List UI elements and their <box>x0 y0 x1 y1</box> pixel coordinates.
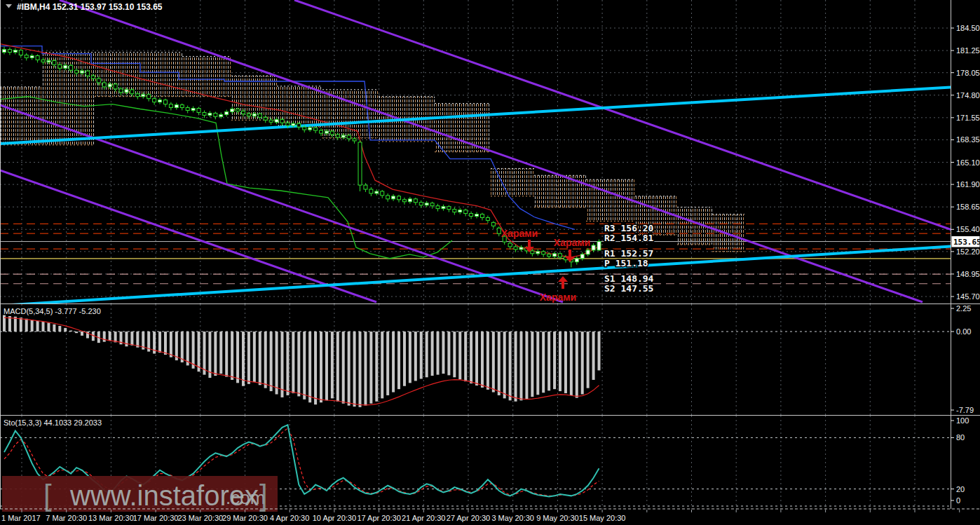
watermark-right-bracket: ] <box>259 479 268 512</box>
time-axis-label: 17 Mar 20:30 <box>133 514 179 522</box>
ichimoku-cloud <box>0 87 42 145</box>
time-axis-label: 3 May 20:30 <box>491 514 534 522</box>
time-axis-label: 7 Mar 20:30 <box>46 514 87 522</box>
axis-tick-label: 165.10 <box>956 158 980 167</box>
macd-histogram <box>3 315 601 407</box>
arrow-up-icon <box>558 276 568 289</box>
macd-indicator-label: MACD(5,34,5) -3.777 -5.230 <box>4 307 101 315</box>
time-axis-label: 29 Mar 20:30 <box>222 514 268 522</box>
time-axis-label: 4 Apr 20:30 <box>270 514 309 522</box>
axis-tick-label: 174.80 <box>956 91 980 100</box>
pivot-label-P: P 151.18 <box>604 258 648 268</box>
axis-tick-label: 184.50 <box>956 24 980 32</box>
ichimoku-cloud <box>42 53 95 145</box>
axis-tick-label: 158.65 <box>956 203 980 211</box>
axis-tick-label: 2.25 <box>956 304 971 313</box>
descending-trendline[interactable] <box>0 170 376 302</box>
trading-chart-window: ХарамиХарамиХарамиR3 156.20R2 154.81R1 1… <box>0 0 980 525</box>
axis-tick-label: 20 <box>956 485 965 493</box>
axis-tick-label: 178.05 <box>956 69 980 77</box>
pivot-label-S2: S2 147.55 <box>604 283 653 294</box>
axis-tick-label: 152.20 <box>956 247 980 256</box>
axis-tick-label: 0.00 <box>956 327 971 336</box>
chevron-down-icon[interactable] <box>6 4 12 8</box>
time-axis-label: 10 Apr 20:30 <box>313 514 356 522</box>
harami-annotation: Харами <box>501 228 538 239</box>
axis-tick-label: 161.90 <box>956 180 980 189</box>
current-price-value: 153.65 <box>953 238 980 247</box>
ichimoku-cloud <box>182 56 231 96</box>
axis-tick-label: 168.35 <box>956 135 980 144</box>
axis-tick-label: 100 <box>956 416 969 425</box>
axis-tick-label: 148.95 <box>956 270 980 278</box>
time-axis-label: 13 Mar 20:30 <box>88 514 134 522</box>
current-price-tag: 153.65 <box>952 236 980 247</box>
ichimoku-cloud <box>435 104 491 152</box>
ichimoku-cloud <box>534 175 586 207</box>
watermark: [ www.instaforex .com ] <box>2 476 278 512</box>
time-axis-label: 15 May 20:30 <box>579 514 626 522</box>
time-axis-label: 27 Apr 20:30 <box>447 514 490 522</box>
chart-title-bar: #IBM,H4 152.31 153.97 153.10 153.65 <box>6 2 163 12</box>
harami-annotation: Харами <box>554 237 590 248</box>
pivot-label-R2: R2 154.81 <box>604 233 654 243</box>
axis-tick-label: 145.70 <box>956 292 980 301</box>
time-axis-label: 9 May 20:30 <box>536 514 579 522</box>
axis-tick-label: 0 <box>956 496 960 505</box>
sto-indicator-label: Sto(15,3,3) 44.1033 29.2033 <box>4 418 102 427</box>
time-axis-label: 17 Apr 20:30 <box>357 514 400 522</box>
axis-tick-label: 171.55 <box>956 114 980 122</box>
watermark-left-bracket: [ <box>43 479 52 512</box>
axis-tick-label: 80 <box>956 433 965 442</box>
harami-annotation: Харами <box>540 292 576 303</box>
ichimoku-cloud <box>712 214 744 252</box>
time-axis-label: 21 Apr 20:30 <box>402 514 445 522</box>
ichimoku-cloud <box>95 53 182 97</box>
macd-panel[interactable] <box>0 304 960 415</box>
main-chart-panel[interactable]: ХарамиХарамиХарамиR3 156.20R2 154.81R1 1… <box>0 0 980 306</box>
time-axis-label: 23 Mar 20:30 <box>177 514 223 522</box>
chart-title: #IBM,H4 152.31 153.97 153.10 153.65 <box>17 2 163 12</box>
axis-tick-label: 181.25 <box>956 46 980 55</box>
time-axis-label: 1 Mar 2017 <box>1 514 41 522</box>
axis-tick-label: -7.79 <box>956 406 974 414</box>
axis-tick-label: 155.40 <box>956 225 980 233</box>
